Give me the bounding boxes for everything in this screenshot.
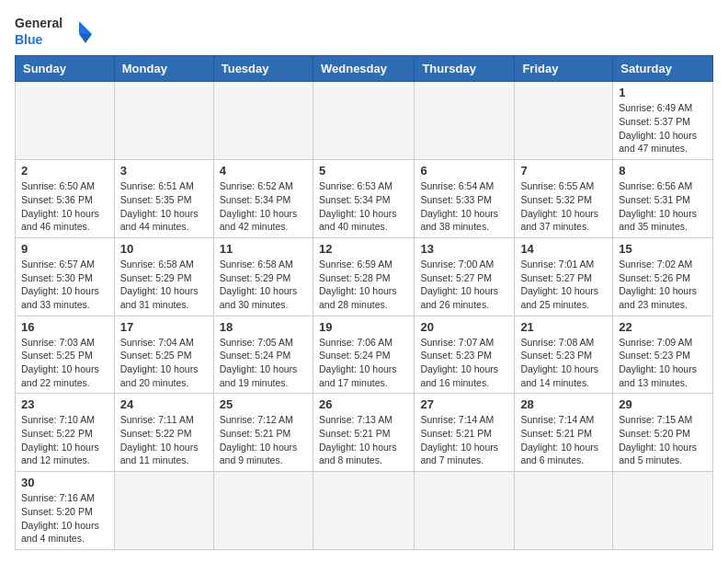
- calendar-week-row: 1Sunrise: 6:49 AMSunset: 5:37 PMDaylight…: [16, 82, 713, 160]
- calendar-cell: 23Sunrise: 7:10 AMSunset: 5:22 PMDayligh…: [16, 394, 115, 472]
- day-info: Sunrise: 7:08 AMSunset: 5:23 PMDaylight:…: [520, 336, 607, 390]
- day-info: Sunrise: 6:54 AMSunset: 5:33 PMDaylight:…: [420, 179, 508, 234]
- calendar-cell: [313, 82, 414, 160]
- day-info: Sunrise: 6:51 AMSunset: 5:35 PMDaylight:…: [120, 179, 208, 234]
- day-number: 10: [120, 242, 208, 256]
- day-number: 13: [420, 242, 508, 256]
- calendar-cell: 5Sunrise: 6:53 AMSunset: 5:34 PMDaylight…: [313, 160, 414, 238]
- day-info: Sunrise: 7:01 AMSunset: 5:27 PMDaylight:…: [520, 258, 607, 312]
- calendar-cell: 13Sunrise: 7:00 AMSunset: 5:27 PMDayligh…: [415, 237, 515, 316]
- day-number: 30: [21, 476, 108, 489]
- day-number: 9: [21, 242, 108, 256]
- calendar-table: SundayMondayTuesdayWednesdayThursdayFrid…: [15, 55, 713, 550]
- day-number: 17: [120, 320, 208, 334]
- day-number: 8: [619, 164, 707, 178]
- day-number: 23: [21, 397, 108, 411]
- calendar-cell: [114, 82, 213, 160]
- calendar-cell: [613, 472, 713, 550]
- calendar-cell: [515, 82, 613, 160]
- calendar-cell: 14Sunrise: 7:01 AMSunset: 5:27 PMDayligh…: [515, 237, 613, 316]
- day-info: Sunrise: 7:11 AMSunset: 5:22 PMDaylight:…: [120, 413, 208, 467]
- day-info: Sunrise: 7:12 AMSunset: 5:21 PMDaylight:…: [220, 413, 307, 467]
- calendar-cell: [16, 82, 115, 160]
- day-info: Sunrise: 7:06 AMSunset: 5:24 PMDaylight:…: [319, 336, 408, 390]
- logo: GeneralBlue: [15, 15, 92, 48]
- day-number: 7: [520, 164, 607, 178]
- day-number: 16: [21, 320, 108, 334]
- day-number: 26: [319, 397, 408, 411]
- day-number: 12: [319, 242, 408, 256]
- day-number: 29: [619, 397, 707, 411]
- calendar-cell: 22Sunrise: 7:09 AMSunset: 5:23 PMDayligh…: [613, 316, 713, 394]
- calendar-week-row: 23Sunrise: 7:10 AMSunset: 5:22 PMDayligh…: [16, 394, 713, 472]
- day-info: Sunrise: 6:57 AMSunset: 5:30 PMDaylight:…: [21, 258, 108, 312]
- day-number: 11: [220, 242, 307, 256]
- day-number: 3: [120, 164, 208, 178]
- calendar-cell: [415, 472, 515, 550]
- day-number: 6: [420, 164, 508, 178]
- day-number: 2: [21, 164, 108, 178]
- calendar-cell: 1Sunrise: 6:49 AMSunset: 5:37 PMDaylight…: [613, 82, 713, 160]
- day-number: 1: [619, 86, 707, 99]
- weekday-header-monday: Monday: [114, 56, 213, 82]
- day-info: Sunrise: 6:50 AMSunset: 5:36 PMDaylight:…: [21, 179, 108, 234]
- day-info: Sunrise: 7:15 AMSunset: 5:20 PMDaylight:…: [619, 413, 707, 467]
- calendar-cell: 6Sunrise: 6:54 AMSunset: 5:33 PMDaylight…: [415, 160, 515, 238]
- page-header: GeneralBlue: [15, 15, 713, 48]
- day-number: 15: [619, 242, 707, 256]
- day-info: Sunrise: 7:03 AMSunset: 5:25 PMDaylight:…: [21, 336, 108, 390]
- logo-text: GeneralBlue: [15, 15, 63, 48]
- day-info: Sunrise: 6:53 AMSunset: 5:34 PMDaylight:…: [319, 179, 408, 234]
- calendar-cell: 21Sunrise: 7:08 AMSunset: 5:23 PMDayligh…: [515, 316, 613, 394]
- calendar-cell: 11Sunrise: 6:58 AMSunset: 5:29 PMDayligh…: [213, 237, 313, 316]
- calendar-cell: [213, 82, 313, 160]
- calendar-week-row: 16Sunrise: 7:03 AMSunset: 5:25 PMDayligh…: [16, 316, 713, 394]
- day-info: Sunrise: 7:13 AMSunset: 5:21 PMDaylight:…: [319, 413, 408, 467]
- day-info: Sunrise: 7:02 AMSunset: 5:26 PMDaylight:…: [619, 258, 707, 312]
- calendar-week-row: 9Sunrise: 6:57 AMSunset: 5:30 PMDaylight…: [16, 237, 713, 316]
- day-info: Sunrise: 6:55 AMSunset: 5:32 PMDaylight:…: [520, 179, 607, 234]
- day-info: Sunrise: 7:05 AMSunset: 5:24 PMDaylight:…: [220, 336, 307, 390]
- svg-marker-1: [79, 34, 92, 43]
- calendar-cell: 26Sunrise: 7:13 AMSunset: 5:21 PMDayligh…: [313, 394, 414, 472]
- calendar-cell: 28Sunrise: 7:14 AMSunset: 5:21 PMDayligh…: [515, 394, 613, 472]
- calendar-cell: 15Sunrise: 7:02 AMSunset: 5:26 PMDayligh…: [613, 237, 713, 316]
- day-info: Sunrise: 7:00 AMSunset: 5:27 PMDaylight:…: [420, 258, 508, 312]
- day-info: Sunrise: 7:09 AMSunset: 5:23 PMDaylight:…: [619, 336, 707, 390]
- weekday-header-wednesday: Wednesday: [313, 56, 414, 82]
- weekday-header-friday: Friday: [515, 56, 613, 82]
- day-number: 22: [619, 320, 707, 334]
- weekday-header-tuesday: Tuesday: [213, 56, 313, 82]
- day-number: 27: [420, 397, 508, 411]
- weekday-header-row: SundayMondayTuesdayWednesdayThursdayFrid…: [16, 56, 713, 82]
- calendar-cell: 27Sunrise: 7:14 AMSunset: 5:21 PMDayligh…: [415, 394, 515, 472]
- logo-icon: [66, 17, 92, 45]
- calendar-cell: 25Sunrise: 7:12 AMSunset: 5:21 PMDayligh…: [213, 394, 313, 472]
- day-info: Sunrise: 6:52 AMSunset: 5:34 PMDaylight:…: [220, 179, 307, 234]
- calendar-cell: [415, 82, 515, 160]
- calendar-week-row: 30Sunrise: 7:16 AMSunset: 5:20 PMDayligh…: [16, 472, 713, 550]
- weekday-header-sunday: Sunday: [16, 56, 115, 82]
- calendar-cell: [213, 472, 313, 550]
- calendar-cell: 19Sunrise: 7:06 AMSunset: 5:24 PMDayligh…: [313, 316, 414, 394]
- day-number: 18: [220, 320, 307, 334]
- day-info: Sunrise: 7:16 AMSunset: 5:20 PMDaylight:…: [21, 491, 108, 546]
- calendar-cell: 12Sunrise: 6:59 AMSunset: 5:28 PMDayligh…: [313, 237, 414, 316]
- day-info: Sunrise: 7:10 AMSunset: 5:22 PMDaylight:…: [21, 413, 108, 467]
- day-info: Sunrise: 6:58 AMSunset: 5:29 PMDaylight:…: [120, 258, 208, 312]
- day-number: 19: [319, 320, 408, 334]
- weekday-header-saturday: Saturday: [613, 56, 713, 82]
- calendar-cell: 29Sunrise: 7:15 AMSunset: 5:20 PMDayligh…: [613, 394, 713, 472]
- calendar-cell: 17Sunrise: 7:04 AMSunset: 5:25 PMDayligh…: [114, 316, 213, 394]
- calendar-cell: 20Sunrise: 7:07 AMSunset: 5:23 PMDayligh…: [415, 316, 515, 394]
- day-number: 4: [220, 164, 307, 178]
- day-info: Sunrise: 7:04 AMSunset: 5:25 PMDaylight:…: [120, 336, 208, 390]
- weekday-header-thursday: Thursday: [415, 56, 515, 82]
- day-info: Sunrise: 6:49 AMSunset: 5:37 PMDaylight:…: [619, 101, 707, 155]
- day-info: Sunrise: 7:07 AMSunset: 5:23 PMDaylight:…: [420, 336, 508, 390]
- calendar-week-row: 2Sunrise: 6:50 AMSunset: 5:36 PMDaylight…: [16, 160, 713, 238]
- day-number: 20: [420, 320, 508, 334]
- calendar-cell: 16Sunrise: 7:03 AMSunset: 5:25 PMDayligh…: [16, 316, 115, 394]
- calendar-cell: 2Sunrise: 6:50 AMSunset: 5:36 PMDaylight…: [16, 160, 115, 238]
- calendar-cell: 10Sunrise: 6:58 AMSunset: 5:29 PMDayligh…: [114, 237, 213, 316]
